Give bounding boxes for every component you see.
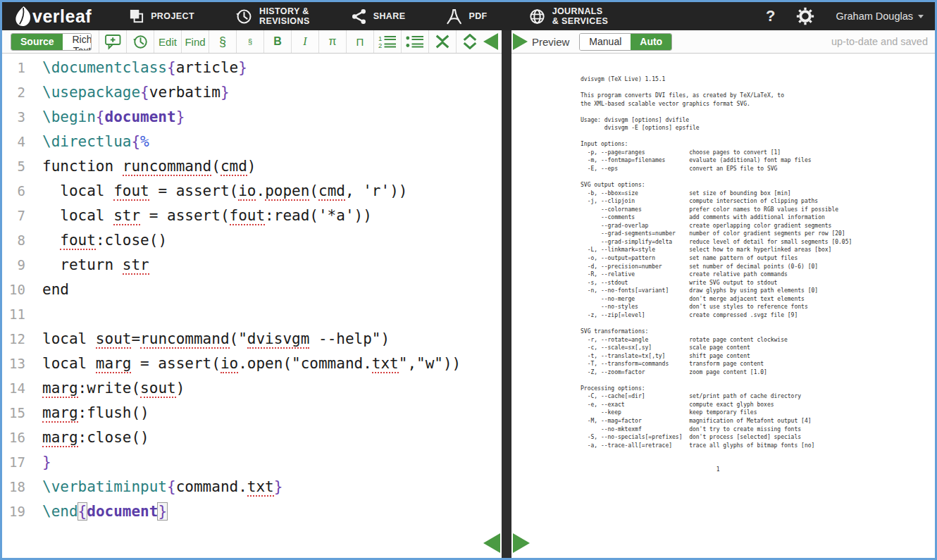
top-right-cluster: ? Graham Douglas [766, 7, 924, 25]
line-number: 19 [2, 499, 32, 524]
project-icon [128, 8, 144, 25]
line-number: 5 [2, 154, 32, 179]
project-label: PROJECT [151, 11, 194, 21]
source-tab[interactable]: Source [11, 34, 63, 50]
line-number: 6 [2, 179, 32, 204]
journals-services-button[interactable]: JOURNALS& SERVICES [528, 6, 609, 27]
line-number: 12 [2, 327, 32, 351]
line-number: 1 [2, 56, 32, 80]
editor-toolbar: Source Rich Text Edit Find § § B I π Π 1 [2, 30, 502, 54]
code-line[interactable]: marg:close() [42, 425, 502, 450]
preview-label: Preview [532, 36, 569, 48]
rich-text-tab[interactable]: Rich Text [63, 34, 92, 50]
history-clock-icon [132, 34, 149, 50]
line-number-gutter: 12345678910111213141516171819 [2, 54, 32, 558]
collapse-chevrons-icon [435, 34, 450, 49]
svg-text:1: 1 [378, 35, 382, 42]
line-number: 13 [2, 351, 32, 376]
source-richtext-toggle: Source Rich Text [11, 33, 92, 51]
auto-compile-button[interactable]: Auto [631, 34, 671, 50]
pdf-button[interactable]: PDF [446, 8, 487, 25]
bullet-list-button[interactable] [401, 30, 428, 53]
editor-pane: Source Rich Text Edit Find § § B I π Π 1 [2, 30, 502, 558]
history-revisions-button[interactable]: HISTORY &REVISIONS [235, 6, 310, 27]
comment-plus-icon [104, 34, 122, 50]
code-line[interactable]: fout:close() [42, 228, 502, 253]
line-number: 14 [2, 376, 32, 401]
pdf-label: PDF [468, 11, 487, 21]
line-number: 8 [2, 228, 32, 253]
code-line[interactable]: local str = assert(fout:read('*a')) [42, 204, 502, 228]
line-number: 3 [2, 105, 32, 130]
pdf-preview[interactable]: dvisvgm (TeX Live) 1.15.1 This program c… [511, 54, 935, 558]
share-label: SHARE [373, 11, 406, 21]
line-number: 11 [2, 302, 32, 327]
collapse-editor-bottom-button[interactable] [483, 533, 500, 553]
share-button[interactable]: SHARE [351, 8, 406, 25]
overleaf-window: verleaf PROJECT HISTORY &REVISIONS SHARE… [0, 0, 937, 560]
expand-chevrons-icon [462, 34, 478, 49]
code-line[interactable]: \directlua{% [42, 130, 502, 154]
overleaf-leaf-icon [13, 6, 32, 27]
subsection-button[interactable]: § [236, 30, 263, 53]
code-line[interactable]: marg:write(sout) [42, 376, 502, 401]
project-button[interactable]: PROJECT [128, 8, 194, 25]
expand-preview-bottom-button[interactable] [513, 533, 530, 553]
code-line[interactable]: \end{document} [42, 499, 502, 524]
code-lines[interactable]: \documentclass{article}\usepackage{verba… [32, 54, 502, 558]
pdf-text: dvisvgm (TeX Live) 1.15.1 This program c… [511, 54, 935, 474]
code-line[interactable]: \documentclass{article} [42, 56, 502, 80]
overleaf-logo[interactable]: verleaf [13, 6, 92, 27]
numbered-list-button[interactable]: 12 [373, 30, 401, 53]
code-line[interactable]: \usepackage{verbatim} [42, 80, 502, 105]
user-menu[interactable]: Graham Douglas [836, 11, 924, 22]
share-icon [351, 8, 367, 25]
code-line[interactable] [42, 302, 502, 327]
save-status: up-to-date and saved [831, 36, 928, 47]
edit-menu-button[interactable]: Edit [154, 30, 181, 53]
top-navbar: verleaf PROJECT HISTORY &REVISIONS SHARE… [2, 2, 935, 30]
code-line[interactable]: local marg = assert(io.open("command.txt… [42, 351, 502, 376]
pdf-icon [446, 8, 462, 25]
code-line[interactable]: local sout=runcommand("dvisvgm --help") [42, 327, 502, 351]
chevron-down-icon [918, 15, 924, 18]
manual-compile-button[interactable]: Manual [580, 34, 631, 50]
add-comment-button[interactable] [99, 30, 126, 53]
code-editor[interactable]: 12345678910111213141516171819 \documentc… [2, 54, 502, 558]
code-line[interactable]: \begin{document} [42, 105, 502, 130]
collapse-editor-button[interactable] [483, 33, 498, 50]
compile-mode-toggle: Manual Auto [579, 33, 672, 51]
italic-button[interactable]: I [291, 30, 318, 53]
line-number: 2 [2, 80, 32, 105]
inline-math-button[interactable]: π [318, 30, 346, 53]
history-undo-button[interactable] [126, 30, 154, 53]
help-button[interactable]: ? [766, 7, 775, 25]
unindent-button[interactable] [428, 30, 456, 53]
code-line[interactable]: function runcommand(cmd) [42, 154, 502, 179]
line-number: 15 [2, 401, 32, 425]
gear-icon [796, 7, 814, 25]
indent-button[interactable] [456, 30, 483, 53]
main-area: Source Rich Text Edit Find § § B I π Π 1 [2, 30, 935, 558]
user-name: Graham Douglas [836, 11, 913, 22]
pane-divider[interactable] [502, 30, 511, 558]
expand-preview-button[interactable] [513, 33, 528, 50]
code-line[interactable]: return str [42, 253, 502, 278]
code-line[interactable]: end [42, 278, 502, 302]
line-number: 16 [2, 425, 32, 450]
code-line[interactable]: marg:flush() [42, 401, 502, 425]
display-math-button[interactable]: Π [346, 30, 373, 53]
line-number: 17 [2, 450, 32, 475]
preview-toolbar: Preview Manual Auto up-to-date and saved [511, 30, 935, 54]
bold-button[interactable]: B [263, 30, 291, 53]
journals-services-label: JOURNALS& SERVICES [552, 6, 609, 27]
code-line[interactable]: } [42, 450, 502, 475]
code-line[interactable]: \verbatiminput{command.txt} [42, 475, 502, 499]
line-number: 9 [2, 253, 32, 278]
svg-text:2: 2 [378, 42, 382, 49]
find-menu-button[interactable]: Find [181, 30, 209, 53]
code-line[interactable]: local fout = assert(io.popen(cmd, 'r')) [42, 179, 502, 204]
preview-pane: Preview Manual Auto up-to-date and saved… [511, 30, 935, 558]
section-button[interactable]: § [209, 30, 236, 53]
settings-button[interactable] [796, 7, 814, 25]
